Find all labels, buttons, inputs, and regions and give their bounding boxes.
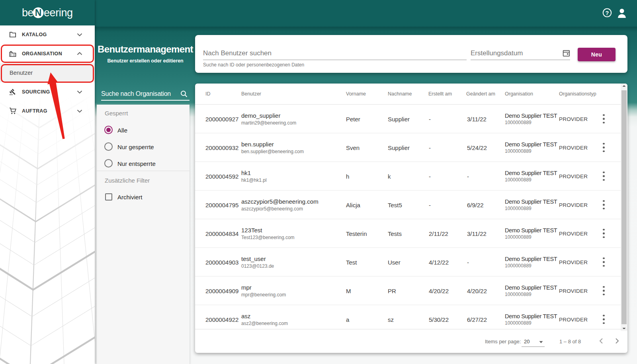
svg-text:?: ? bbox=[606, 10, 609, 16]
svg-text:be: be bbox=[22, 7, 33, 19]
svg-text:N: N bbox=[35, 8, 42, 18]
svg-text:eering: eering bbox=[44, 7, 73, 19]
